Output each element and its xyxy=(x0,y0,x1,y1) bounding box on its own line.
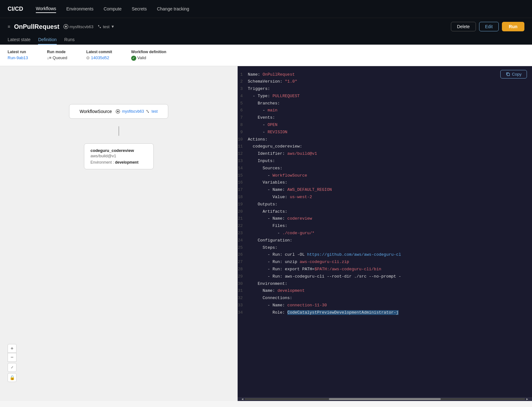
latest-commit-label: Latest commit xyxy=(86,50,112,54)
line-number: 17 xyxy=(238,187,248,193)
scroll-thumb[interactable] xyxy=(329,398,441,400)
line-number: 16 xyxy=(238,179,248,186)
line-number: 14 xyxy=(238,165,248,172)
line-text: - WorkflowSource xyxy=(248,172,527,179)
zoom-in-button[interactable]: + xyxy=(8,344,16,353)
action-env: Environment : development xyxy=(91,160,147,165)
lock-button[interactable]: 🔒 xyxy=(8,373,16,382)
code-line: 3Triggers: xyxy=(238,85,532,93)
line-text: Configuration: xyxy=(248,237,527,244)
run-button[interactable]: Run xyxy=(502,22,524,31)
line-text: - Name: AWS_DEFAULT_REGION xyxy=(248,187,527,193)
node-org-icon xyxy=(116,109,120,114)
diagram-area: WorkflowSource mysfitscvb63 test codegur… xyxy=(0,66,237,182)
code-line: 6 - main xyxy=(238,107,532,114)
line-text: - REVISION xyxy=(248,129,527,136)
highlighted-text: WorkflowSource xyxy=(272,173,307,178)
delete-button[interactable]: Delete xyxy=(451,22,476,31)
line-text: Name: OnPullRequest xyxy=(248,72,527,78)
line-text: Environment: xyxy=(248,281,527,287)
copy-icon xyxy=(506,72,510,76)
line-text: - Run: aws-codeguru-cli --root-dir ./src… xyxy=(248,273,527,280)
branch-dropdown-arrow[interactable]: ▼ xyxy=(111,24,115,29)
line-number: 10 xyxy=(238,136,248,143)
latest-run-col: Latest run Run-9ab13 xyxy=(8,50,28,61)
nav-compute[interactable]: Compute xyxy=(104,5,122,13)
line-text: Actions: xyxy=(248,136,527,143)
run-link[interactable]: Run-9ab13 xyxy=(8,55,28,60)
copy-button[interactable]: Copy xyxy=(500,70,527,78)
zoom-out-button[interactable]: − xyxy=(8,353,16,362)
highlighted-text: PULLREQUEST xyxy=(272,94,300,98)
run-mode-col: Run mode ↓≡ Queued xyxy=(47,50,67,61)
highlighted-text: https://github.com/aws/aws-codeguru-cl xyxy=(307,252,401,257)
workflow-icon: ≡ xyxy=(8,24,10,29)
code-line: 12 Identifier: aws/build@v1 xyxy=(238,150,532,158)
highlighted-text: us-west-2 xyxy=(290,195,312,199)
code-line: 14 Sources: xyxy=(238,165,532,172)
tab-latest-state[interactable]: Latest state xyxy=(8,35,30,45)
line-number: 6 xyxy=(238,107,248,114)
commit-icon: ⊙ xyxy=(86,55,90,60)
tab-runs[interactable]: Runs xyxy=(64,35,75,45)
code-line: 7 Events: xyxy=(238,114,532,122)
nav-workflows[interactable]: Workflows xyxy=(36,5,56,13)
latest-run-value: Run-9ab13 xyxy=(8,55,28,60)
code-line: 29 - Run: aws-codeguru-cli --root-dir ./… xyxy=(238,273,532,280)
scroll-left-button[interactable]: ◀ xyxy=(240,397,245,401)
nav-secrets[interactable]: Secrets xyxy=(132,5,147,13)
fit-view-button[interactable]: ⤢ xyxy=(8,363,16,372)
code-header: Copy xyxy=(500,70,527,78)
code-line: 9 - REVISION xyxy=(238,129,532,136)
commit-link[interactable]: 14035d52 xyxy=(91,55,109,60)
nav-environments[interactable]: Environments xyxy=(66,5,93,13)
main-content: WorkflowSource mysfitscvb63 test codegur… xyxy=(0,66,532,401)
zoom-controls: + − ⤢ 🔒 xyxy=(8,344,16,382)
code-line: 30 Environment: xyxy=(238,280,532,288)
code-line: 15 - WorkflowSource xyxy=(238,172,532,179)
line-text: Events: xyxy=(248,115,527,121)
edit-button[interactable]: Edit xyxy=(479,22,499,31)
code-line: 31 Name: development xyxy=(238,287,532,295)
highlighted-text: $PATH:/aws-codeguru-cli/bin xyxy=(315,267,381,272)
sub-header: ≡ OnPullRequest mysfitscvb63 test ▼ Dele… xyxy=(0,18,532,45)
line-number: 29 xyxy=(238,273,248,280)
scroll-track[interactable] xyxy=(245,398,525,400)
line-number: 2 xyxy=(238,78,248,85)
svg-point-4 xyxy=(117,110,119,112)
highlighted-text: AWS_DEFAULT_REGION xyxy=(287,187,332,192)
svg-rect-8 xyxy=(507,73,510,76)
line-text: Artifacts: xyxy=(248,209,527,215)
code-scrollbar[interactable]: ◀ ▶ xyxy=(238,397,532,401)
line-text: - OPEN xyxy=(248,122,527,128)
line-text: Name: development xyxy=(248,288,527,294)
svg-point-6 xyxy=(148,112,149,113)
line-number: 7 xyxy=(238,115,248,121)
line-text: - Run: export PATH=$PATH:/aws-codeguru-c… xyxy=(248,266,527,273)
workflow-source-node: WorkflowSource mysfitscvb63 test xyxy=(69,104,168,119)
code-line: 8 - OPEN xyxy=(238,122,532,129)
line-text: Files: xyxy=(248,223,527,229)
latest-commit-col: Latest commit ⊙ 14035d52 xyxy=(86,50,112,61)
latest-run-label: Latest run xyxy=(8,50,28,54)
line-number: 30 xyxy=(238,281,248,287)
scroll-right-button[interactable]: ▶ xyxy=(525,397,529,401)
workflow-source-label: WorkflowSource xyxy=(80,109,112,114)
code-line: 1Name: OnPullRequest xyxy=(238,71,532,78)
tab-definition[interactable]: Definition xyxy=(38,35,56,45)
brand-logo: CI/CD xyxy=(8,6,23,12)
svg-point-1 xyxy=(98,25,99,26)
code-panel: Copy 1Name: OnPullRequest2SchemaVersion:… xyxy=(238,66,532,401)
run-mode-icon: ↓≡ xyxy=(47,55,51,60)
line-number: 1 xyxy=(238,72,248,78)
nav-change-tracking[interactable]: Change tracking xyxy=(157,5,189,13)
highlighted-text: REVISION xyxy=(267,130,287,135)
code-content[interactable]: 1Name: OnPullRequest2SchemaVersion: "1.0… xyxy=(238,66,532,401)
valid-icon: ✓ xyxy=(131,56,136,61)
highlighted-text: aws/build@v1 xyxy=(287,151,317,156)
code-line: 16 Variables: xyxy=(238,179,532,186)
node-branch: test xyxy=(151,109,157,114)
line-number: 21 xyxy=(238,216,248,222)
line-text: Outputs: xyxy=(248,201,527,208)
line-text: Branches: xyxy=(248,100,527,107)
